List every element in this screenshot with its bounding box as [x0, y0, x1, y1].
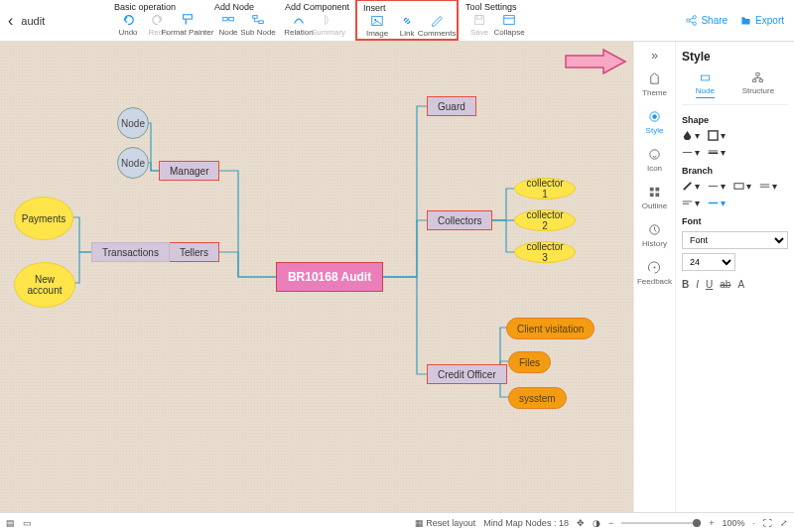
svg-point-6 — [374, 19, 376, 21]
rail-icon[interactable]: Icon — [634, 141, 675, 179]
node-manager[interactable]: Manager — [159, 161, 219, 181]
branch-label: Branch — [682, 166, 788, 176]
svg-rect-23 — [756, 73, 759, 75]
child-node-1[interactable]: Node — [117, 107, 149, 139]
undo-button[interactable]: Undo — [114, 13, 142, 37]
svg-rect-22 — [701, 75, 709, 80]
callout-arrow-icon — [564, 48, 627, 75]
tab-node[interactable]: Node — [696, 71, 715, 98]
layers-icon[interactable]: ▤ — [6, 518, 15, 528]
node-credit-officer[interactable]: Credit Officer — [427, 364, 507, 384]
group-title: Tool Settings — [465, 2, 523, 12]
svg-rect-25 — [760, 79, 763, 81]
node-system[interactable]: sysstem — [508, 387, 567, 409]
presentation-icon[interactable]: ▭ — [23, 518, 32, 528]
group-title: Insert — [363, 3, 451, 13]
branch-weight-button[interactable]: ▾ — [759, 181, 777, 192]
reset-layout-button[interactable]: ▦ Reset layout — [415, 518, 476, 528]
strike-button[interactable]: ab — [720, 279, 730, 290]
svg-rect-27 — [734, 184, 743, 190]
rail-theme[interactable]: Theme — [634, 66, 675, 103]
group-title: Basic operation — [114, 2, 201, 12]
group-basic: Basic operation Undo Redo Format Painter — [107, 0, 207, 41]
node-collector2[interactable]: collector 2 — [514, 209, 576, 231]
group-add-node: Add Node Node Sub Node — [207, 0, 278, 41]
node-client-visitation[interactable]: Client visitation — [506, 318, 595, 339]
child-node-2[interactable]: Node — [117, 147, 149, 179]
node-transactions[interactable]: Transactions — [91, 242, 170, 262]
central-node[interactable]: BR10168 Audit — [276, 262, 383, 292]
rail-feedback[interactable]: Feedback — [634, 254, 675, 292]
underline-button[interactable]: U — [706, 279, 713, 290]
line-style-button[interactable]: ▾ — [682, 147, 700, 158]
node-payments[interactable]: Payments — [14, 197, 73, 240]
line-weight-button[interactable]: ▾ — [708, 147, 726, 158]
style-panel: Style Node Structure Shape ▾ ▾ ▾ ▾ Branc… — [675, 42, 794, 512]
group-insert: Insert Image Link Comments — [355, 0, 459, 41]
branch-align-button[interactable]: ▾ — [682, 198, 700, 208]
rail-history[interactable]: History — [634, 216, 675, 254]
title-area: ‹ audit — [0, 0, 107, 41]
export-button[interactable]: Export — [739, 14, 784, 27]
insert-comments-button[interactable]: Comments — [423, 14, 451, 38]
svg-point-14 — [653, 115, 657, 119]
font-color-button[interactable]: A — [737, 279, 744, 290]
svg-point-21 — [654, 267, 656, 269]
svg-rect-24 — [753, 79, 756, 81]
doc-title[interactable]: audit — [21, 15, 45, 27]
group-title: Add Component — [285, 2, 349, 12]
collapse-panel-icon[interactable]: » — [634, 46, 675, 66]
rail-outline[interactable]: Outline — [634, 179, 675, 216]
add-node-button[interactable]: Node — [214, 13, 242, 37]
svg-rect-26 — [709, 131, 718, 140]
fill-color-button[interactable]: ▾ — [682, 130, 700, 141]
node-collectors[interactable]: Collectors — [427, 210, 492, 230]
svg-rect-19 — [655, 193, 659, 197]
zoom-value: 100% — [722, 518, 744, 528]
rail-style[interactable]: Style — [634, 103, 675, 141]
share-button[interactable]: Share — [685, 14, 728, 27]
zoom-out-button[interactable]: − — [608, 518, 613, 528]
fullscreen-icon[interactable]: ⤢ — [780, 518, 788, 528]
border-color-button[interactable]: ▾ — [708, 130, 726, 141]
node-collector3[interactable]: collector 3 — [514, 241, 576, 263]
svg-point-12 — [694, 22, 697, 25]
bold-button[interactable]: B — [682, 279, 689, 290]
font-size-select[interactable]: 24 — [682, 253, 735, 271]
relation-button[interactable]: Relation — [285, 13, 313, 37]
svg-rect-2 — [229, 17, 233, 21]
svg-rect-17 — [655, 188, 659, 192]
font-family-select[interactable]: Font — [682, 231, 788, 249]
zoom-slider[interactable] — [621, 522, 701, 524]
add-subnode-button[interactable]: Sub Node — [244, 13, 272, 37]
svg-rect-0 — [184, 15, 193, 19]
node-files[interactable]: Files — [508, 351, 551, 373]
focus-icon[interactable]: ◑ — [593, 518, 600, 528]
branch-active-button[interactable]: ▾ — [708, 198, 726, 208]
svg-rect-3 — [253, 16, 257, 19]
tab-structure[interactable]: Structure — [742, 71, 774, 98]
branch-color-button[interactable]: ▾ — [682, 181, 700, 192]
insert-image-button[interactable]: Image — [363, 14, 391, 38]
fit-screen-icon[interactable]: ⛶ — [763, 518, 772, 528]
pointer-icon[interactable]: ✥ — [577, 518, 585, 528]
zoom-in-button[interactable]: + — [709, 518, 714, 528]
branch-style-button[interactable]: ▾ — [708, 181, 726, 192]
back-arrow-icon[interactable]: ‹ — [8, 12, 13, 30]
group-title: Add Node — [214, 2, 272, 12]
canvas[interactable]: BR10168 Audit Manager Node Node Tellers … — [0, 42, 633, 512]
svg-point-10 — [687, 19, 690, 22]
italic-button[interactable]: I — [696, 279, 699, 290]
collapse-button[interactable]: Collapse — [495, 13, 523, 37]
node-tellers[interactable]: Tellers — [169, 242, 219, 262]
fit-width-icon[interactable]: · — [752, 518, 755, 528]
save-button: Save — [465, 13, 493, 37]
node-collector1[interactable]: collector 1 — [514, 178, 576, 200]
svg-rect-9 — [504, 16, 515, 25]
svg-rect-4 — [259, 21, 263, 24]
branch-shape-button[interactable]: ▾ — [733, 181, 751, 192]
format-painter-button[interactable]: Format Painter — [174, 13, 201, 37]
svg-rect-16 — [650, 188, 654, 192]
node-new-account[interactable]: New account — [14, 262, 75, 308]
node-guard[interactable]: Guard — [427, 96, 476, 116]
